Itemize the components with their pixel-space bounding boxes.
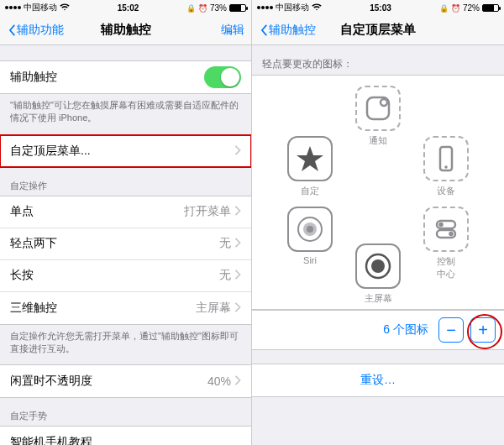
row-value: 40% bbox=[207, 374, 231, 388]
status-time: 15:03 bbox=[370, 3, 391, 13]
row-label: 智能机手机教程 bbox=[10, 435, 92, 445]
svg-point-11 bbox=[449, 232, 454, 237]
action-row-longpress[interactable]: 长按 无 bbox=[0, 260, 251, 292]
nav-bar: 辅助功能 辅助触控 编辑 bbox=[0, 15, 251, 45]
signal-icon bbox=[257, 6, 273, 9]
action-row-doubletap[interactable]: 轻点两下 无 bbox=[0, 228, 251, 260]
icon-count-label: 6 个图标 bbox=[383, 322, 428, 338]
signal-icon bbox=[5, 6, 21, 9]
slot-custom[interactable]: 自定 bbox=[281, 136, 339, 197]
battery-percent: 73% bbox=[210, 3, 227, 13]
home-icon bbox=[355, 243, 401, 289]
battery-icon bbox=[229, 4, 246, 12]
minus-button[interactable]: − bbox=[438, 317, 464, 343]
lock-icon bbox=[439, 3, 449, 13]
slot-siri[interactable]: Siri bbox=[281, 207, 339, 265]
reset-label: 重设… bbox=[360, 373, 396, 388]
battery-percent: 72% bbox=[463, 3, 480, 13]
chevron-right-icon bbox=[234, 301, 241, 315]
svg-point-4 bbox=[444, 165, 448, 169]
control-center-icon bbox=[423, 207, 469, 252]
svg-point-1 bbox=[381, 99, 387, 106]
chevron-right-icon bbox=[234, 269, 241, 282]
back-button[interactable]: 辅助功能 bbox=[7, 23, 64, 38]
hint-text: 轻点要更改的图标： bbox=[252, 45, 504, 75]
reset-row[interactable]: 重设… bbox=[252, 364, 504, 396]
row-label: 三维触控 bbox=[10, 301, 57, 316]
icon-board: 通知 自定 设备 Siri bbox=[252, 75, 504, 310]
chevron-right-icon bbox=[234, 205, 241, 218]
row-value: 打开菜单 bbox=[184, 204, 231, 219]
row-label: 单点 bbox=[10, 204, 34, 219]
lock-icon bbox=[186, 3, 196, 13]
idle-opacity-row[interactable]: 闲置时不透明度 40% bbox=[0, 365, 251, 397]
action-row-3dtouch[interactable]: 三维触控 主屏幕 bbox=[0, 292, 251, 324]
row-label: 轻点两下 bbox=[10, 236, 57, 251]
right-screenshot: 中国移动 15:03 72% 辅助触控 自定顶层菜单 轻点要更改的图标： bbox=[252, 0, 504, 445]
icon-count-row: 6 个图标 − + bbox=[252, 310, 504, 350]
page-title: 自定顶层菜单 bbox=[340, 22, 416, 38]
slot-device[interactable]: 设备 bbox=[417, 136, 475, 197]
status-time: 15:02 bbox=[118, 3, 139, 13]
chevron-right-icon bbox=[234, 374, 241, 388]
slot-label: 控制 中心 bbox=[417, 255, 475, 280]
assistive-touch-toggle-row[interactable]: 辅助触控 bbox=[0, 61, 251, 93]
group-reset: 重设… bbox=[252, 364, 504, 397]
section-gestures-header: 自定手势 bbox=[0, 398, 251, 426]
group-tutorial: 智能机手机教程 bbox=[0, 426, 251, 445]
slot-label: Siri bbox=[281, 255, 339, 265]
customize-top-menu-row[interactable]: 自定顶层菜单... bbox=[0, 135, 251, 167]
actions-footer: 自定操作允许您无需打开菜单，通过"辅助触控"图标即可直接进行互动。 bbox=[0, 325, 251, 355]
group-custom-menu: 自定顶层菜单... bbox=[0, 134, 251, 168]
slot-label: 自定 bbox=[281, 185, 339, 197]
toggle-label: 辅助触控 bbox=[10, 70, 57, 85]
row-label: 自定顶层菜单... bbox=[10, 144, 91, 159]
slot-label: 通知 bbox=[349, 134, 407, 147]
nav-bar: 辅助触控 自定顶层菜单 bbox=[252, 15, 504, 45]
row-value: 主屏幕 bbox=[196, 301, 231, 316]
slot-home[interactable]: 主屏幕 bbox=[349, 243, 407, 305]
notification-icon bbox=[355, 86, 401, 131]
battery-icon bbox=[482, 4, 499, 12]
plus-button[interactable]: + bbox=[470, 317, 496, 343]
chevron-right-icon bbox=[234, 144, 241, 158]
chevron-right-icon bbox=[234, 237, 241, 250]
alarm-icon bbox=[451, 3, 460, 13]
svg-point-7 bbox=[307, 226, 313, 233]
alarm-icon bbox=[198, 3, 207, 13]
edit-button[interactable]: 编辑 bbox=[221, 23, 244, 38]
svg-marker-2 bbox=[297, 146, 323, 171]
back-label: 辅助功能 bbox=[17, 23, 64, 38]
carrier-label: 中国移动 bbox=[276, 2, 309, 13]
left-screenshot: 中国移动 15:02 73% 辅助功能 辅助触控 编辑 bbox=[0, 0, 252, 445]
svg-point-13 bbox=[371, 259, 385, 273]
wifi-icon bbox=[60, 3, 70, 13]
row-value: 无 bbox=[219, 268, 231, 283]
siri-icon bbox=[287, 207, 333, 252]
slot-control-center[interactable]: 控制 中心 bbox=[417, 207, 475, 280]
group-toggle: 辅助触控 bbox=[0, 60, 251, 94]
svg-point-9 bbox=[438, 222, 444, 228]
back-label: 辅助触控 bbox=[269, 23, 316, 38]
slot-label: 设备 bbox=[417, 185, 475, 197]
tutorial-row[interactable]: 智能机手机教程 bbox=[0, 427, 251, 445]
status-bar: 中国移动 15:03 72% bbox=[252, 0, 504, 15]
group-idle-opacity: 闲置时不透明度 40% bbox=[0, 364, 251, 398]
toggle-footer: "辅助触控"可让您在触摸屏幕有困难或需要自适应配件的情况下使用 iPhone。 bbox=[0, 94, 251, 124]
toggle-switch-icon[interactable] bbox=[204, 66, 241, 88]
row-value: 无 bbox=[219, 236, 231, 251]
status-bar: 中国移动 15:02 73% bbox=[0, 0, 251, 15]
section-actions-header: 自定操作 bbox=[0, 168, 251, 196]
back-button[interactable]: 辅助触控 bbox=[259, 23, 316, 38]
wifi-icon bbox=[312, 3, 322, 13]
row-label: 闲置时不透明度 bbox=[10, 374, 92, 389]
slot-label: 主屏幕 bbox=[349, 292, 407, 305]
carrier-label: 中国移动 bbox=[24, 2, 57, 13]
star-icon bbox=[287, 136, 333, 181]
slot-notification[interactable]: 通知 bbox=[349, 86, 407, 147]
page-title: 辅助触控 bbox=[101, 22, 151, 38]
group-actions: 单点 打开菜单 轻点两下 无 长按 无 三维触控 主屏幕 bbox=[0, 196, 251, 325]
action-row-tap[interactable]: 单点 打开菜单 bbox=[0, 196, 251, 228]
row-label: 长按 bbox=[10, 268, 34, 283]
device-icon bbox=[423, 136, 469, 181]
